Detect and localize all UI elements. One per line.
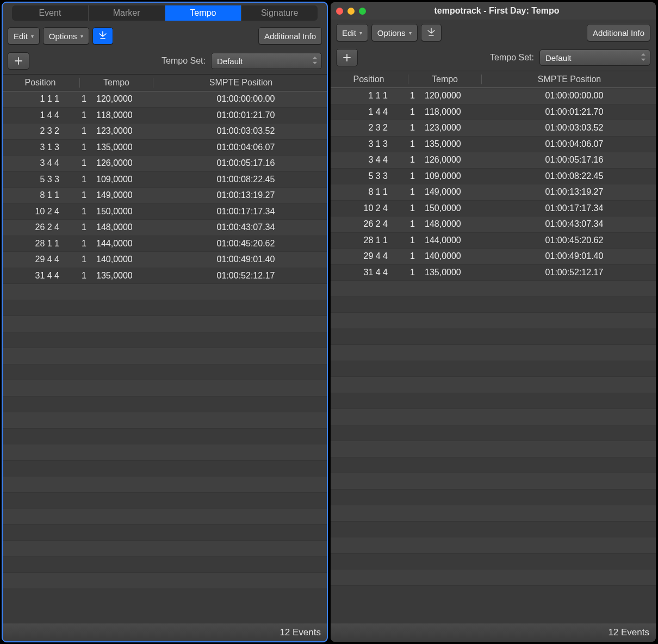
- additional-info-button[interactable]: Additional Info: [258, 27, 322, 45]
- cell-subdivision[interactable]: 1: [65, 94, 92, 104]
- cell-subdivision[interactable]: 1: [393, 251, 420, 261]
- cell-subdivision[interactable]: 1: [393, 203, 420, 213]
- cell-position[interactable]: 5 3 3: [331, 171, 393, 181]
- table-row[interactable]: 5 3 31109,000001:00:08:22.45: [331, 169, 656, 185]
- table-row[interactable]: 28 1 11144,000001:00:45:20.62: [2, 236, 327, 252]
- cell-position[interactable]: 2 3 2: [331, 123, 393, 133]
- tempo-set-select[interactable]: Default: [211, 53, 322, 69]
- tab-event[interactable]: Event: [12, 5, 88, 21]
- table-row[interactable]: 3 4 41126,000001:00:05:17.16: [331, 152, 656, 169]
- cell-smpte[interactable]: 01:00:03:03.52: [493, 123, 656, 133]
- table-row[interactable]: 3 1 31135,000001:00:04:06.07: [2, 140, 327, 156]
- cell-tempo[interactable]: 123,0000: [420, 123, 493, 133]
- cell-subdivision[interactable]: 1: [65, 255, 92, 264]
- cell-position[interactable]: 29 4 4: [2, 255, 65, 264]
- cell-position[interactable]: 3 4 4: [2, 158, 65, 168]
- cell-tempo[interactable]: 120,0000: [92, 94, 164, 104]
- table-row[interactable]: 1 4 41118,000001:00:01:21.70: [331, 104, 656, 121]
- options-menu[interactable]: Options▾: [371, 24, 418, 41]
- cell-smpte[interactable]: 01:00:43:07.34: [493, 219, 656, 229]
- table-row[interactable]: 26 2 41148,000001:00:43:07.34: [2, 220, 327, 236]
- cell-tempo[interactable]: 135,0000: [420, 268, 493, 277]
- cell-smpte[interactable]: 01:00:13:19.27: [164, 190, 327, 200]
- column-divider[interactable]: [408, 75, 408, 84]
- table-row[interactable]: 3 4 41126,000001:00:05:17.16: [2, 156, 327, 172]
- table-row[interactable]: 31 4 41135,000001:00:52:12.17: [331, 265, 656, 281]
- table-row[interactable]: 29 4 41140,000001:00:49:01.40: [331, 249, 656, 265]
- cell-position[interactable]: 26 2 4: [2, 222, 65, 232]
- table-row[interactable]: 3 1 31135,000001:00:04:06.07: [331, 137, 656, 153]
- column-divider[interactable]: [481, 75, 482, 84]
- cell-tempo[interactable]: 140,0000: [92, 255, 164, 264]
- edit-menu[interactable]: Edit▾: [8, 27, 40, 45]
- cell-smpte[interactable]: 01:00:04:06.07: [164, 143, 327, 152]
- tab-signature[interactable]: Signature: [241, 5, 318, 21]
- tab-marker[interactable]: Marker: [89, 5, 165, 21]
- cell-tempo[interactable]: 149,0000: [92, 190, 164, 200]
- table-row[interactable]: 26 2 41148,000001:00:43:07.34: [331, 216, 656, 233]
- edit-menu[interactable]: Edit▾: [336, 24, 368, 41]
- cell-position[interactable]: 2 3 2: [2, 126, 65, 136]
- table-row[interactable]: 1 1 11120,000001:00:00:00.00: [331, 88, 656, 104]
- additional-info-button[interactable]: Additional Info: [587, 24, 650, 41]
- cell-tempo[interactable]: 109,0000: [420, 171, 493, 181]
- cell-position[interactable]: 1 4 4: [2, 110, 65, 120]
- cell-tempo[interactable]: 150,0000: [92, 207, 164, 216]
- cell-smpte[interactable]: 01:00:52:12.17: [493, 268, 656, 277]
- table-row[interactable]: 2 3 21123,000001:00:03:03.52: [331, 120, 656, 137]
- column-header-smpte[interactable]: SMPTE Position: [483, 75, 656, 84]
- cell-subdivision[interactable]: 1: [393, 155, 420, 165]
- column-divider[interactable]: [79, 78, 80, 88]
- catch-playhead-button[interactable]: [92, 27, 113, 45]
- cell-smpte[interactable]: 01:00:03:03.52: [164, 126, 327, 136]
- cell-subdivision[interactable]: 1: [393, 91, 420, 101]
- cell-subdivision[interactable]: 1: [65, 175, 92, 184]
- tempo-set-select[interactable]: Default: [539, 49, 650, 66]
- cell-position[interactable]: 10 2 4: [331, 203, 393, 213]
- cell-smpte[interactable]: 01:00:45:20.62: [164, 239, 327, 249]
- cell-smpte[interactable]: 01:00:00:00.00: [164, 94, 327, 104]
- cell-smpte[interactable]: 01:00:17:17.34: [164, 207, 327, 216]
- cell-smpte[interactable]: 01:00:45:20.62: [493, 236, 656, 245]
- cell-tempo[interactable]: 120,0000: [420, 91, 493, 101]
- cell-subdivision[interactable]: 1: [393, 236, 420, 245]
- cell-tempo[interactable]: 135,0000: [92, 271, 164, 281]
- add-event-button[interactable]: [336, 49, 358, 66]
- cell-subdivision[interactable]: 1: [65, 143, 92, 152]
- options-menu[interactable]: Options▾: [43, 27, 89, 45]
- cell-tempo[interactable]: 144,0000: [92, 239, 164, 249]
- column-divider[interactable]: [153, 78, 153, 88]
- cell-smpte[interactable]: 01:00:01:21.70: [493, 107, 656, 117]
- cell-subdivision[interactable]: 1: [393, 187, 420, 197]
- cell-position[interactable]: 1 4 4: [331, 107, 393, 117]
- cell-position[interactable]: 3 4 4: [331, 155, 393, 165]
- table-row[interactable]: 1 4 41118,000001:00:01:21.70: [2, 108, 327, 124]
- catch-playhead-button[interactable]: [421, 24, 442, 41]
- cell-subdivision[interactable]: 1: [65, 222, 92, 232]
- table-row[interactable]: 8 1 11149,000001:00:13:19.27: [2, 188, 327, 204]
- cell-tempo[interactable]: 109,0000: [92, 175, 164, 184]
- cell-subdivision[interactable]: 1: [65, 207, 92, 216]
- cell-subdivision[interactable]: 1: [393, 139, 420, 149]
- cell-subdivision[interactable]: 1: [65, 110, 92, 120]
- cell-position[interactable]: 28 1 1: [331, 236, 393, 245]
- cell-position[interactable]: 1 1 1: [331, 91, 393, 101]
- cell-position[interactable]: 26 2 4: [331, 219, 393, 229]
- cell-tempo[interactable]: 150,0000: [420, 203, 493, 213]
- table-row[interactable]: 10 2 41150,000001:00:17:17.34: [2, 204, 327, 220]
- cell-smpte[interactable]: 01:00:17:17.34: [493, 203, 656, 213]
- cell-tempo[interactable]: 126,0000: [420, 155, 493, 165]
- table-row[interactable]: 1 1 11120,000001:00:00:00.00: [2, 91, 327, 108]
- cell-smpte[interactable]: 01:00:08:22.45: [164, 175, 327, 184]
- table-row[interactable]: 2 3 21123,000001:00:03:03.52: [2, 123, 327, 140]
- table-row[interactable]: 28 1 11144,000001:00:45:20.62: [331, 233, 656, 249]
- close-window-button[interactable]: [336, 8, 343, 15]
- cell-position[interactable]: 28 1 1: [2, 239, 65, 249]
- zoom-window-button[interactable]: [359, 8, 366, 15]
- cell-smpte[interactable]: 01:00:04:06.07: [493, 139, 656, 149]
- cell-subdivision[interactable]: 1: [65, 271, 92, 281]
- cell-position[interactable]: 3 1 3: [331, 139, 393, 149]
- cell-subdivision[interactable]: 1: [393, 219, 420, 229]
- table-row[interactable]: 29 4 41140,000001:00:49:01.40: [2, 252, 327, 268]
- cell-subdivision[interactable]: 1: [65, 190, 92, 200]
